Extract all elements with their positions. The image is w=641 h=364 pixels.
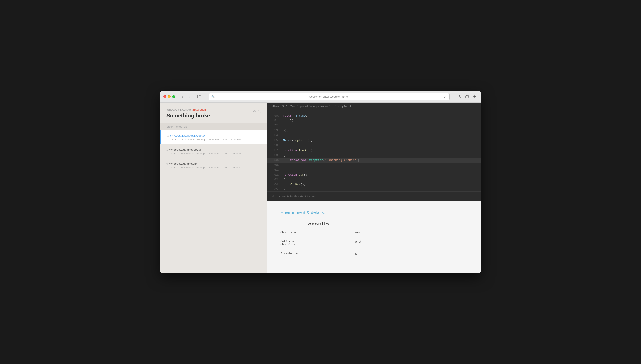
code-panel: /Users/filp/Development/whoops/examples/… xyxy=(267,102,481,201)
svg-rect-0 xyxy=(197,96,198,98)
code-line-59: 59. throw new Exception("Something broke… xyxy=(267,158,481,163)
environment-title: Environment & details: xyxy=(280,210,468,215)
no-comments-text: No comments for this stack frame. xyxy=(267,191,481,201)
stack-frames-label: Stack frames (3): xyxy=(160,123,267,130)
stack-frame-1[interactable]: 1Whoops\Example\fooBar .../filp/Developm… xyxy=(160,144,267,158)
exception-header: Whoops \ Example \ Exception COPY Someth… xyxy=(160,102,267,123)
main-content: Whoops \ Example \ Exception COPY Someth… xyxy=(160,102,481,273)
table-row-2: Strawberry 0 xyxy=(280,249,468,258)
traffic-lights xyxy=(163,95,175,98)
left-panel: Whoops \ Example \ Exception COPY Someth… xyxy=(160,102,267,273)
nav-buttons: ‹ › xyxy=(179,94,192,100)
code-line-55: 55. $run->register(); xyxy=(267,138,481,143)
svg-rect-2 xyxy=(198,96,200,97)
code-line-56: 56. xyxy=(267,143,481,148)
frame-class-2: Whoops\Example\bar xyxy=(169,162,197,165)
address-bar-text: Search or enter website name xyxy=(216,95,440,98)
code-line-63: 63. { xyxy=(267,177,481,182)
code-line-53: 53. }); xyxy=(267,128,481,133)
details-panel[interactable]: Environment & details: Ice-cream I like … xyxy=(267,201,481,273)
code-block[interactable]: 50. return $frame; 51. }); 52. 53. }); xyxy=(267,111,481,191)
frame-number-2: 0 xyxy=(166,162,168,165)
sidebar-toggle-button[interactable] xyxy=(196,94,202,100)
breadcrumb-prefix: Whoops \ Example \ xyxy=(166,108,193,111)
breadcrumb-exception: Exception xyxy=(193,108,206,111)
file-path: /Users/filp/Development/whoops/examples/… xyxy=(267,102,481,111)
search-icon: 🔍 xyxy=(212,95,215,98)
browser-window: ‹ › 🔍 Search or enter website name ↻ xyxy=(160,91,481,273)
right-panel: /Users/filp/Development/whoops/examples/… xyxy=(267,102,481,273)
back-button[interactable]: ‹ xyxy=(179,94,186,100)
frame-number-0: 2 xyxy=(167,134,169,137)
frame-number-1: 1 xyxy=(166,148,168,151)
table-row-0: Chocolate yes xyxy=(280,228,468,237)
row-key-2: Strawberry xyxy=(280,249,355,258)
code-line-51: 51. }); xyxy=(267,118,481,123)
stack-frame-0[interactable]: 2Whoops\Example\Exception .../filp/Devel… xyxy=(160,130,267,144)
exception-title: Something broke! xyxy=(166,112,261,119)
code-line-58: 58. { xyxy=(267,153,481,158)
code-line-50: 50. return $frame; xyxy=(267,114,481,118)
code-line-52: 52. xyxy=(267,123,481,128)
frame-file-0: .../filp/Development/whoops/examples/exa… xyxy=(167,138,261,141)
reload-button[interactable]: ↻ xyxy=(442,95,447,98)
code-line-60: 60. } xyxy=(267,163,481,168)
stack-frame-2[interactable]: 0Whoops\Example\bar .../filp/Development… xyxy=(160,158,267,172)
title-bar: ‹ › 🔍 Search or enter website name ↻ xyxy=(160,91,481,102)
code-line-65: 65. } xyxy=(267,187,481,191)
code-line-62: 62. function bar() xyxy=(267,172,481,177)
svg-rect-4 xyxy=(466,96,468,98)
frame-file-2: .../filp/Development/whoops/examples/exa… xyxy=(166,166,261,169)
code-line-54: 54. xyxy=(267,133,481,138)
row-value-1: a lot xyxy=(355,237,468,249)
share-button[interactable] xyxy=(456,94,462,100)
svg-rect-1 xyxy=(198,96,200,96)
svg-rect-3 xyxy=(198,98,200,98)
forward-button[interactable]: › xyxy=(186,94,192,100)
copy-button[interactable]: COPY xyxy=(250,109,261,113)
code-line-64: 64. fooBar(); xyxy=(267,182,481,187)
row-value-0: yes xyxy=(355,228,468,237)
row-value-2: 0 xyxy=(355,249,468,258)
toolbar-right: + xyxy=(456,94,478,100)
stack-frames-list: 2Whoops\Example\Exception .../filp/Devel… xyxy=(160,130,267,273)
close-button[interactable] xyxy=(163,95,166,98)
address-bar[interactable]: 🔍 Search or enter website name ↻ xyxy=(208,93,450,100)
breadcrumb: Whoops \ Example \ Exception COPY xyxy=(166,108,261,111)
minimize-button[interactable] xyxy=(168,95,171,98)
details-table: Ice-cream I like Chocolate yes Coffee &c… xyxy=(280,220,468,258)
row-key-1: Coffee &chocolate xyxy=(280,237,355,249)
table-header: Ice-cream I like xyxy=(280,220,355,228)
frame-file-1: .../filp/Development/whoops/examples/exa… xyxy=(166,152,261,155)
new-tab-button[interactable]: + xyxy=(472,94,478,100)
table-row-1: Coffee &chocolate a lot xyxy=(280,237,468,249)
duplicate-button[interactable] xyxy=(464,94,470,100)
maximize-button[interactable] xyxy=(172,95,175,98)
frame-class-0: Whoops\Example\Exception xyxy=(170,134,206,137)
code-line-57: 57. function fooBar() xyxy=(267,148,481,153)
frame-class-1: Whoops\Example\fooBar xyxy=(169,148,201,151)
row-key-0: Chocolate xyxy=(280,228,355,237)
code-line-61: 61. xyxy=(267,168,481,172)
